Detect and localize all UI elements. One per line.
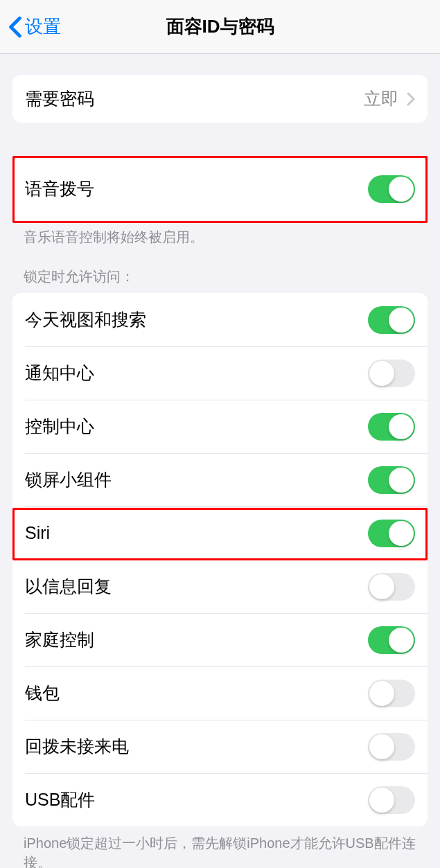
lock-access-header: 锁定时允许访问：: [0, 267, 440, 293]
lock-access-row: 锁屏小组件: [12, 453, 428, 506]
lock-access-toggle[interactable]: [368, 306, 415, 334]
lock-access-row: 通知中心: [12, 346, 428, 400]
lock-access-toggle[interactable]: [368, 626, 415, 654]
lock-access-label: 今天视图和搜索: [25, 308, 146, 331]
lock-access-row: 控制中心: [12, 400, 428, 453]
lock-access-label: 以信息回复: [25, 575, 112, 598]
back-button[interactable]: 设置: [8, 15, 61, 39]
voice-dial-group: 语音拨号: [12, 157, 428, 220]
require-passcode-value: 立即: [364, 87, 415, 110]
voice-dial-toggle[interactable]: [368, 175, 415, 203]
lock-access-label: 锁屏小组件: [25, 468, 112, 491]
lock-access-toggle[interactable]: [368, 573, 415, 601]
lock-access-row: 回拨未接来电: [12, 720, 428, 773]
page-title: 面容ID与密码: [0, 15, 440, 39]
lock-access-toggle[interactable]: [368, 786, 415, 814]
lock-access-list: 今天视图和搜索通知中心控制中心锁屏小组件Siri以信息回复家庭控制钱包回拨未接来…: [12, 293, 428, 826]
lock-access-label: 控制中心: [25, 415, 94, 438]
voice-dial-row: 语音拨号: [12, 157, 428, 220]
require-passcode-label: 需要密码: [25, 87, 94, 110]
lock-access-row: 以信息回复: [12, 560, 428, 613]
lock-access-toggle[interactable]: [368, 360, 415, 387]
lock-access-toggle[interactable]: [368, 733, 415, 761]
lock-access-row: 钱包: [12, 666, 428, 720]
require-passcode-row[interactable]: 需要密码 立即: [12, 75, 428, 123]
lock-access-label: 回拨未接来电: [25, 735, 129, 758]
lock-access-label: 家庭控制: [25, 628, 94, 651]
voice-dial-footer: 音乐语音控制将始终被启用。: [0, 220, 440, 247]
lock-access-label: Siri: [25, 523, 50, 543]
lock-access-row: Siri: [12, 506, 428, 560]
lock-access-label: USB配件: [25, 788, 95, 811]
chevron-left-icon: [8, 16, 22, 38]
lock-access-label: 通知中心: [25, 362, 94, 384]
lock-access-toggle[interactable]: [368, 466, 415, 494]
lock-access-toggle[interactable]: [368, 520, 415, 547]
lock-access-toggle[interactable]: [368, 413, 415, 441]
nav-bar: 设置 面容ID与密码: [0, 0, 440, 54]
lock-access-row: 家庭控制: [12, 613, 428, 666]
lock-access-footer: iPhone锁定超过一小时后，需先解锁iPhone才能允许USB配件连接。: [0, 826, 440, 868]
back-label: 设置: [25, 15, 61, 39]
require-passcode-group: 需要密码 立即: [12, 75, 428, 123]
chevron-right-icon: [407, 92, 415, 106]
lock-access-toggle[interactable]: [368, 680, 415, 707]
lock-access-row: 今天视图和搜索: [12, 293, 428, 346]
voice-dial-label: 语音拨号: [25, 177, 94, 200]
lock-access-row: USB配件: [12, 773, 428, 826]
lock-access-label: 钱包: [25, 682, 60, 705]
